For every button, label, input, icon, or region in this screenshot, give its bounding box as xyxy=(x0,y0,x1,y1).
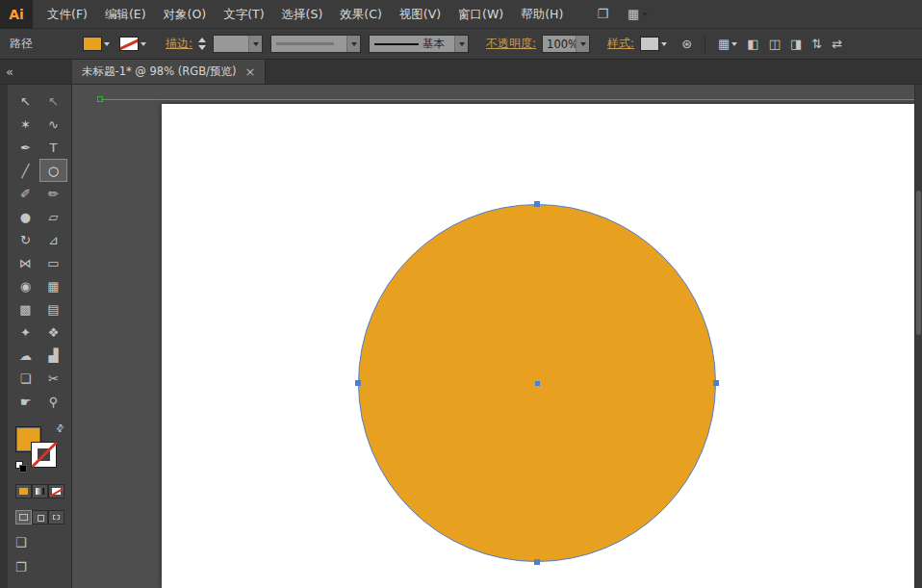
mesh-tool[interactable]: ▩ xyxy=(12,297,39,320)
anchor-left[interactable] xyxy=(355,380,361,386)
style-label[interactable]: 样式: xyxy=(607,36,634,52)
selection-tool[interactable]: ↖ xyxy=(12,89,39,113)
line-segment-icon: ╱ xyxy=(22,164,30,178)
close-tab-icon[interactable]: × xyxy=(244,64,255,79)
menubar-icons: ❐ ▦ xyxy=(597,7,648,21)
align-right-icon[interactable]: ◨ xyxy=(790,37,802,51)
brush-dropdown-button[interactable] xyxy=(454,36,468,52)
draw-normal-button[interactable] xyxy=(15,510,32,524)
width-profile-dropdown[interactable] xyxy=(270,35,361,53)
canvas-area[interactable] xyxy=(72,85,922,588)
align-center-icon[interactable]: ◫ xyxy=(769,37,781,51)
align-grid-icon: ▦ xyxy=(718,37,730,51)
pencil-tool[interactable]: ✏ xyxy=(39,182,67,205)
align-panel-button[interactable]: ▦ xyxy=(718,37,737,51)
stroke-weight-dropdown-button[interactable] xyxy=(248,36,262,52)
opacity-field[interactable]: 100% xyxy=(542,35,590,53)
green-guide-line[interactable] xyxy=(101,99,914,100)
chevron-down-icon xyxy=(642,13,648,16)
paintbrush-icon: ✐ xyxy=(20,187,31,201)
free-transform-tool[interactable]: ▭ xyxy=(39,251,67,274)
distribute-horizontal-icon[interactable]: ⇄ xyxy=(832,37,842,51)
default-fill-stroke-icon[interactable] xyxy=(15,461,27,473)
screen-mode-area: ❑ ❐ xyxy=(15,534,71,575)
brush-definition-dropdown[interactable]: 基本 xyxy=(369,35,469,53)
menu-item-effect[interactable]: 效果(C) xyxy=(331,0,390,29)
line-segment-tool[interactable]: ╱ xyxy=(12,159,39,182)
draw-inside-button[interactable] xyxy=(48,510,64,524)
menu-item-object[interactable]: 对象(O) xyxy=(155,0,216,29)
swap-fill-stroke-icon[interactable]: ⇄ xyxy=(53,422,66,435)
shape-builder-tool[interactable]: ◉ xyxy=(12,274,39,297)
recolor-artwork-icon[interactable]: ⊛ xyxy=(681,37,692,51)
column-graph-icon: ▟ xyxy=(49,348,59,363)
draw-behind-button[interactable] xyxy=(32,510,48,524)
screen-mode-button[interactable]: ❑ xyxy=(15,534,37,550)
opacity-dropdown-button[interactable] xyxy=(576,36,589,52)
anchor-top[interactable] xyxy=(534,201,540,207)
stroke-weight-stepper[interactable] xyxy=(198,36,211,53)
style-dropdown[interactable] xyxy=(640,37,667,51)
app-logo[interactable]: Ai xyxy=(0,0,33,29)
center-point[interactable] xyxy=(535,381,540,386)
pen-tool[interactable]: ✒ xyxy=(12,136,39,159)
menu-item-window[interactable]: 窗口(W) xyxy=(449,0,512,29)
distribute-vertical-icon[interactable]: ⇅ xyxy=(811,37,822,51)
direct-selection-tool[interactable]: ↖ xyxy=(39,89,67,113)
guide-marker xyxy=(97,96,103,102)
document-tab[interactable]: 未标题-1* @ 98% (RGB/预览) × xyxy=(72,60,266,84)
scale-icon: ⊿ xyxy=(48,233,59,247)
slice-tool[interactable]: ✂ xyxy=(39,367,67,390)
scale-tool[interactable]: ⊿ xyxy=(39,228,67,251)
scrollbar-thumb[interactable] xyxy=(916,191,921,335)
lasso-tool[interactable]: ∿ xyxy=(39,113,67,136)
gradient-tool[interactable]: ▤ xyxy=(39,297,67,320)
color-button[interactable] xyxy=(15,484,32,499)
anchor-bottom[interactable] xyxy=(534,559,540,565)
menu-item-type[interactable]: 文字(T) xyxy=(215,0,272,29)
arrange-documents-icon[interactable]: ❐ xyxy=(597,7,608,21)
type-tool[interactable]: T xyxy=(39,136,67,159)
width-profile-dropdown-button[interactable] xyxy=(346,36,360,52)
anchor-right[interactable] xyxy=(713,380,719,386)
symbol-sprayer-tool[interactable]: ☁ xyxy=(12,344,39,367)
magic-wand-tool[interactable]: ✶ xyxy=(12,113,39,136)
brush-preview-line xyxy=(374,43,419,45)
pen-icon: ✒ xyxy=(20,141,31,155)
gradient-button[interactable] xyxy=(32,484,48,499)
stroke-weight-label[interactable]: 描边: xyxy=(166,36,192,52)
menu-item-select[interactable]: 选择(S) xyxy=(273,0,332,29)
fill-color-dropdown[interactable] xyxy=(83,37,110,51)
column-graph-tool[interactable]: ▟ xyxy=(39,344,67,367)
menu-item-help[interactable]: 帮助(H) xyxy=(512,0,572,29)
menu-item-view[interactable]: 视图(V) xyxy=(391,0,449,29)
stroke-color-dropdown[interactable] xyxy=(119,37,146,51)
stroke-swatch[interactable] xyxy=(31,442,57,468)
none-button[interactable] xyxy=(48,484,64,499)
artboard-tool[interactable]: ❏ xyxy=(12,367,39,390)
menu-item-edit[interactable]: 编辑(E) xyxy=(96,0,155,29)
paintbrush-tool[interactable]: ✐ xyxy=(12,182,39,205)
chevron-down-icon xyxy=(661,42,667,46)
blob-brush-tool[interactable]: ● xyxy=(12,205,39,228)
perspective-grid-icon: ▦ xyxy=(47,279,59,294)
dual-window-icon[interactable]: ❐ xyxy=(15,559,37,575)
rotate-tool[interactable]: ↻ xyxy=(12,228,39,251)
workspace-switcher-button[interactable]: ▦ xyxy=(627,7,648,21)
ellipse-tool[interactable]: ○ xyxy=(39,159,67,182)
eraser-tool[interactable]: ▱ xyxy=(39,205,67,228)
eyedropper-tool[interactable]: ✦ xyxy=(12,320,39,344)
opacity-label[interactable]: 不透明度: xyxy=(486,36,536,52)
vertical-scrollbar[interactable] xyxy=(914,85,922,588)
menu-item-file[interactable]: 文件(F) xyxy=(38,0,96,29)
zoom-tool[interactable]: ⚲ xyxy=(39,390,67,413)
perspective-grid-tool[interactable]: ▦ xyxy=(39,274,67,297)
chevron-down-icon xyxy=(141,42,146,46)
artboard-icon: ❏ xyxy=(20,371,32,386)
width-tool[interactable]: ⋈ xyxy=(12,251,39,274)
collapse-panel-icon[interactable]: « xyxy=(0,60,72,84)
stroke-weight-field[interactable] xyxy=(213,35,263,53)
hand-tool[interactable]: ☛ xyxy=(12,390,39,413)
align-left-icon[interactable]: ◧ xyxy=(747,37,758,51)
blend-tool[interactable]: ❖ xyxy=(39,320,67,344)
